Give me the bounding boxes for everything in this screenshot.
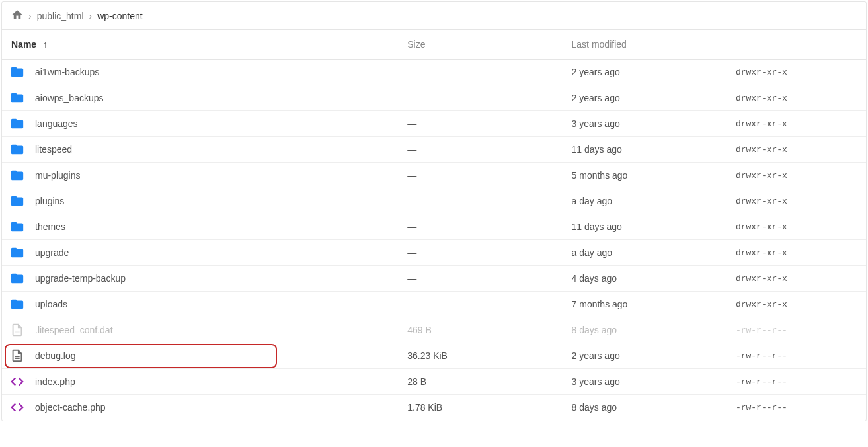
file-icon: [10, 348, 24, 363]
breadcrumb: › public_html › wp-content: [2, 2, 866, 29]
file-modified: a day ago: [564, 188, 728, 214]
file-name: plugins: [35, 196, 64, 206]
folder-icon: [10, 245, 24, 260]
file-size: 469 B: [399, 317, 563, 343]
file-size: —: [399, 60, 563, 85]
chevron-right-icon: ›: [89, 11, 93, 21]
file-permissions: drwxr-xr-x: [728, 214, 866, 240]
breadcrumb-item[interactable]: public_html: [37, 11, 84, 21]
file-permissions: drwxr-xr-x: [728, 163, 866, 188]
file-size: 28 B: [399, 369, 563, 395]
file-permissions: -rw-r--r--: [728, 343, 866, 369]
file-permissions: drwxr-xr-x: [728, 240, 866, 266]
table-row[interactable]: plugins—a day agodrwxr-xr-x: [2, 188, 866, 214]
file-manager-panel: › public_html › wp-content Name ↑ Size L…: [1, 1, 867, 421]
file-name: index.php: [35, 376, 75, 387]
file-permissions: drwxr-xr-x: [728, 137, 866, 163]
column-header-size[interactable]: Size: [399, 30, 563, 60]
file-size: —: [399, 292, 563, 317]
file-modified: 7 months ago: [564, 292, 728, 317]
code-icon: [10, 374, 24, 389]
home-icon[interactable]: [11, 9, 23, 22]
folder-icon: [10, 91, 24, 105]
file-size: —: [399, 188, 563, 214]
file-size: —: [399, 266, 563, 292]
table-row[interactable]: uploads—7 months agodrwxr-xr-x: [2, 292, 866, 317]
file-modified: 4 days ago: [564, 266, 728, 292]
file-size: 1.78 KiB: [399, 395, 563, 421]
file-name: aiowps_backups: [35, 93, 104, 103]
file-modified: 11 days ago: [564, 137, 728, 163]
file-table: Name ↑ Size Last modified ai1wm-backups—…: [2, 29, 866, 421]
file-name: upgrade: [35, 247, 69, 258]
chevron-right-icon: ›: [28, 11, 32, 21]
file-modified: 3 years ago: [564, 369, 728, 395]
file-size: —: [399, 85, 563, 111]
file-modified: 2 years ago: [564, 85, 728, 111]
file-name: upgrade-temp-backup: [35, 273, 126, 284]
file-name: ai1wm-backups: [35, 67, 99, 77]
column-label: Name: [11, 39, 36, 50]
table-row[interactable]: litespeed—11 days agodrwxr-xr-x: [2, 137, 866, 163]
file-size: —: [399, 111, 563, 137]
column-header-name[interactable]: Name ↑: [2, 30, 399, 60]
file-name: debug.log: [35, 350, 76, 361]
folder-icon: [10, 142, 24, 157]
file-size: —: [399, 137, 563, 163]
table-row[interactable]: upgrade-temp-backup—4 days agodrwxr-xr-x: [2, 266, 866, 292]
table-row[interactable]: .litespeed_conf.dat469 B8 days ago-rw-r-…: [2, 317, 866, 343]
table-row[interactable]: upgrade—a day agodrwxr-xr-x: [2, 240, 866, 266]
file-name: litespeed: [35, 144, 72, 155]
file-modified: 2 years ago: [564, 60, 728, 85]
folder-icon: [10, 194, 24, 208]
folder-icon: [10, 65, 24, 79]
code-icon: [10, 400, 24, 415]
file-permissions: drwxr-xr-x: [728, 111, 866, 137]
folder-icon: [10, 220, 24, 234]
file-size: —: [399, 163, 563, 188]
file-name: object-cache.php: [35, 402, 106, 413]
table-row[interactable]: ai1wm-backups—2 years agodrwxr-xr-x: [2, 60, 866, 85]
folder-icon: [10, 168, 24, 183]
table-row[interactable]: debug.log36.23 KiB2 years ago-rw-r--r--: [2, 343, 866, 369]
file-permissions: drwxr-xr-x: [728, 188, 866, 214]
folder-icon: [10, 271, 24, 286]
file-permissions: -rw-r--r--: [728, 395, 866, 421]
file-name: .litespeed_conf.dat: [35, 325, 113, 335]
file-modified: 3 years ago: [564, 111, 728, 137]
file-size: —: [399, 240, 563, 266]
file-name: mu-plugins: [35, 170, 80, 181]
table-row[interactable]: index.php28 B3 years ago-rw-r--r--: [2, 369, 866, 395]
file-size: 36.23 KiB: [399, 343, 563, 369]
table-row[interactable]: object-cache.php1.78 KiB8 days ago-rw-r-…: [2, 395, 866, 421]
file-permissions: drwxr-xr-x: [728, 85, 866, 111]
file-permissions: -rw-r--r--: [728, 369, 866, 395]
file-modified: a day ago: [564, 240, 728, 266]
table-row[interactable]: mu-plugins—5 months agodrwxr-xr-x: [2, 163, 866, 188]
file-icon: [10, 323, 24, 337]
file-modified: 2 years ago: [564, 343, 728, 369]
column-header-permissions[interactable]: [728, 30, 866, 60]
file-modified: 8 days ago: [564, 317, 728, 343]
file-size: —: [399, 214, 563, 240]
file-permissions: drwxr-xr-x: [728, 292, 866, 317]
table-row[interactable]: themes—11 days agodrwxr-xr-x: [2, 214, 866, 240]
table-row[interactable]: aiowps_backups—2 years agodrwxr-xr-x: [2, 85, 866, 111]
file-modified: 5 months ago: [564, 163, 728, 188]
column-header-modified[interactable]: Last modified: [564, 30, 728, 60]
file-name: languages: [35, 118, 78, 129]
table-row[interactable]: languages—3 years agodrwxr-xr-x: [2, 111, 866, 137]
file-permissions: drwxr-xr-x: [728, 266, 866, 292]
file-modified: 8 days ago: [564, 395, 728, 421]
file-permissions: -rw-r--r--: [728, 317, 866, 343]
file-name: uploads: [35, 299, 67, 309]
file-name: themes: [35, 222, 65, 232]
folder-icon: [10, 297, 24, 311]
file-modified: 11 days ago: [564, 214, 728, 240]
file-permissions: drwxr-xr-x: [728, 60, 866, 85]
folder-icon: [10, 116, 24, 131]
sort-ascending-icon: ↑: [43, 39, 48, 50]
breadcrumb-item[interactable]: wp-content: [97, 11, 142, 21]
